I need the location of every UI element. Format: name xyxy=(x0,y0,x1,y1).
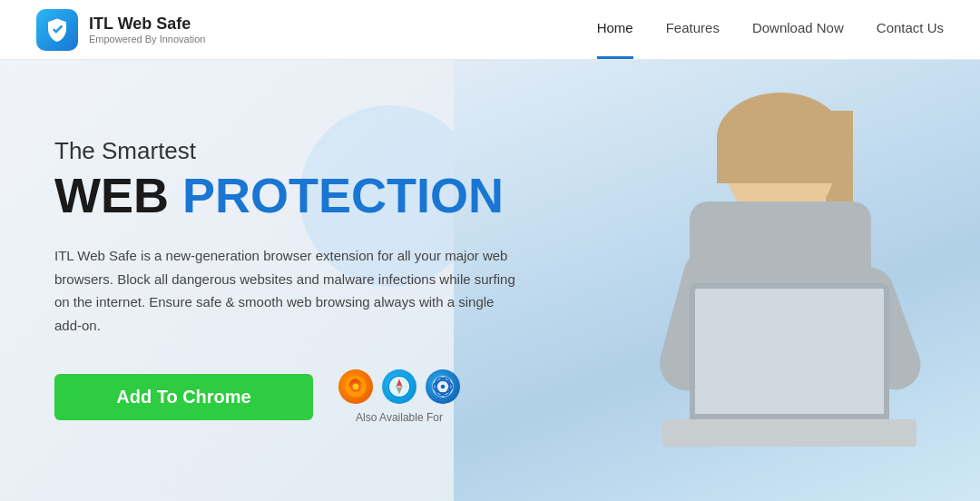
browser-icons-area: Also Available For xyxy=(338,369,460,424)
ie-icon[interactable] xyxy=(426,369,460,404)
hero-subtitle: The Smartest xyxy=(54,137,517,165)
laptop-base xyxy=(662,419,916,447)
person-hair xyxy=(717,93,844,183)
header: ITL Web Safe Empowered By Innovation Hom… xyxy=(0,0,980,60)
brand-name: ITL Web Safe xyxy=(89,15,205,34)
svg-point-2 xyxy=(353,384,359,390)
hero-content: The Smartest WEB PROTECTION ITL Web Safe… xyxy=(0,137,517,424)
hero-title-highlight: PROTECTION xyxy=(182,168,504,222)
hero-section: The Smartest WEB PROTECTION ITL Web Safe… xyxy=(0,60,980,501)
browser-icon-row xyxy=(338,369,460,404)
person-silhouette xyxy=(508,84,944,501)
safari-icon[interactable] xyxy=(382,369,416,404)
hero-description: ITL Web Safe is a new-generation browser… xyxy=(54,244,517,337)
laptop-screen xyxy=(690,283,889,419)
hero-title-plain: WEB xyxy=(54,168,182,222)
nav-item-contact[interactable]: Contact Us xyxy=(877,20,944,39)
also-available-text: Also Available For xyxy=(356,411,443,424)
cta-area: Add To Chrome xyxy=(54,369,517,424)
logo-area: ITL Web Safe Empowered By Innovation xyxy=(36,9,205,51)
tagline: Empowered By Innovation xyxy=(89,34,205,44)
nav-item-features[interactable]: Features xyxy=(666,20,720,39)
add-to-chrome-button[interactable]: Add To Chrome xyxy=(54,374,313,420)
firefox-icon[interactable] xyxy=(338,369,373,404)
main-nav: Home Features Download Now Contact Us xyxy=(597,20,944,39)
hero-title: WEB PROTECTION xyxy=(54,169,517,222)
svg-point-13 xyxy=(441,385,446,389)
logo-icon xyxy=(36,9,78,51)
nav-item-home[interactable]: Home xyxy=(597,20,633,39)
nav-item-download[interactable]: Download Now xyxy=(752,20,844,39)
hero-image xyxy=(454,60,980,501)
shield-icon xyxy=(44,16,71,44)
logo-text: ITL Web Safe Empowered By Innovation xyxy=(89,15,205,44)
